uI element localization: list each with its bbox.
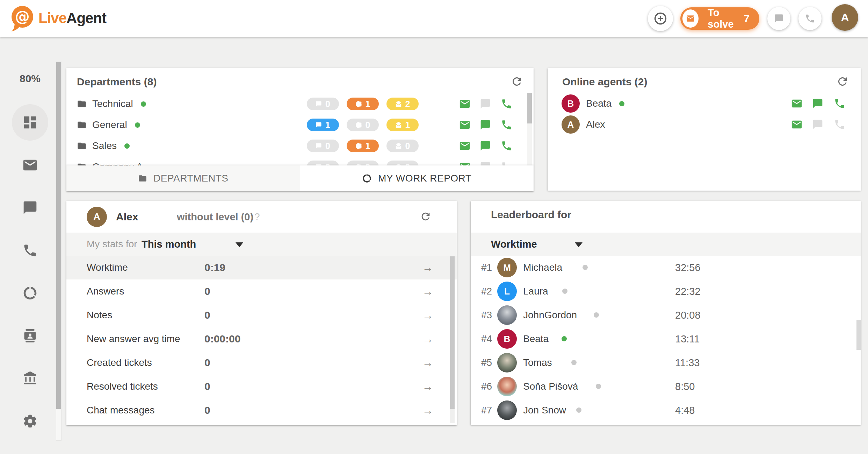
department-row[interactable]: Technical 0 1 2 <box>66 93 534 114</box>
sidebar-item-companies[interactable] <box>22 371 38 386</box>
stat-row[interactable]: Chat messages 0 → <box>66 398 457 422</box>
arrow-forward-icon[interactable]: → <box>422 398 433 422</box>
period-select[interactable]: This month <box>142 233 243 256</box>
stat-row[interactable]: Worktime 0:19 → <box>66 256 457 279</box>
department-name: Sales <box>92 140 117 151</box>
sidebar-item-dashboard[interactable] <box>12 104 48 141</box>
chats-badge[interactable]: 0 <box>307 98 339 110</box>
to-solve-button[interactable]: To solve 7 <box>680 7 759 30</box>
refresh-button[interactable] <box>511 75 523 88</box>
new-tickets-badge[interactable]: 0 <box>347 161 379 165</box>
email-action-icon[interactable] <box>791 119 803 130</box>
refresh-button[interactable] <box>420 211 432 222</box>
leaderboard-scrollbar-thumb[interactable] <box>856 320 861 350</box>
refresh-button[interactable] <box>836 75 849 88</box>
agent-name: Soňa Pišová <box>523 375 578 398</box>
svg-text:@: @ <box>15 8 30 25</box>
phone-action-icon[interactable] <box>501 119 513 131</box>
departments-scrollbar[interactable] <box>527 93 532 165</box>
email-action-icon[interactable] <box>459 119 471 131</box>
contacts-card-icon <box>22 328 38 343</box>
page-scrollbar-thumb[interactable] <box>56 62 61 409</box>
phone-action-icon[interactable] <box>501 98 513 110</box>
phone-action-icon[interactable] <box>834 98 846 109</box>
stat-value: 0 <box>204 279 210 303</box>
department-row[interactable]: General 1 0 1 <box>66 114 534 135</box>
worktime-value: 32:56 <box>675 256 701 279</box>
stat-row[interactable]: Answers 0 → <box>66 279 457 303</box>
dashboard-icon <box>22 114 38 130</box>
stat-row[interactable]: Notes 0 → <box>66 303 457 327</box>
chat-icon <box>774 14 784 23</box>
stat-row[interactable]: Resolved tickets 0 → <box>66 375 457 398</box>
email-action-icon[interactable] <box>459 161 471 165</box>
department-row[interactable]: Sales 0 1 0 <box>66 135 534 156</box>
tab-my-work-report[interactable]: MY WORK REPORT <box>300 165 534 191</box>
chat-action-icon[interactable] <box>812 98 823 109</box>
panel-title: Departments (8) <box>77 76 157 88</box>
agent-row: B Beata <box>548 93 861 114</box>
open-tickets-badge[interactable]: 0 <box>386 161 419 165</box>
online-status-dot <box>135 122 140 128</box>
arrow-forward-icon[interactable]: → <box>422 303 433 327</box>
chats-badge[interactable]: 1 <box>307 119 339 131</box>
leaderboard-filter-row: Worktime <box>471 233 861 256</box>
add-new-button[interactable] <box>648 6 673 31</box>
arrow-forward-icon[interactable]: → <box>422 327 433 351</box>
open-tickets-badge[interactable]: 2 <box>386 98 419 110</box>
sidebar-item-calls[interactable] <box>22 243 38 258</box>
phone-action-icon <box>834 119 846 130</box>
chats-badge[interactable]: 0 <box>307 161 339 165</box>
email-action-icon[interactable] <box>459 140 471 152</box>
panel-title: Online agents (2) <box>562 76 647 88</box>
header-chats-button[interactable] <box>767 7 790 30</box>
email-action-icon[interactable] <box>459 98 471 110</box>
new-tickets-badge[interactable]: 0 <box>347 119 379 131</box>
sidebar-item-tickets[interactable] <box>22 157 38 173</box>
header-calls-button[interactable] <box>798 7 822 30</box>
user-avatar[interactable]: A <box>832 4 858 31</box>
departments-scrollbar-thumb[interactable] <box>527 93 532 123</box>
sidebar-item-chats[interactable] <box>22 200 38 215</box>
rank-label: #7 <box>481 398 492 422</box>
chat-action-icon[interactable] <box>480 140 491 151</box>
liveagent-logo[interactable]: @ LiveAgent <box>8 4 106 32</box>
offline-status-dot <box>594 312 599 318</box>
new-tickets-badge[interactable]: 1 <box>347 140 379 152</box>
stat-row[interactable]: New answer avg time 0:00:00 → <box>66 327 457 351</box>
help-icon[interactable]: ? <box>254 201 260 233</box>
page-scrollbar[interactable] <box>56 62 62 441</box>
department-row[interactable]: Company A 0 0 0 <box>66 156 534 165</box>
departments-panel: Departments (8) Technical 0 1 2 General … <box>66 68 534 191</box>
open-envelope-icon <box>395 143 402 149</box>
stat-value: 0 <box>204 303 210 327</box>
metric-select-value: Worktime <box>491 239 537 250</box>
open-tickets-badge[interactable]: 1 <box>386 119 419 131</box>
sidebar-item-settings[interactable] <box>22 413 38 429</box>
arrow-forward-icon[interactable]: → <box>422 279 433 303</box>
chat-action-icon[interactable] <box>480 119 491 130</box>
agent-name: Beata <box>523 327 549 351</box>
open-tickets-badge[interactable]: 0 <box>386 140 419 152</box>
arrow-forward-icon[interactable]: → <box>422 351 433 375</box>
stat-row[interactable]: Created tickets 0 → <box>66 351 457 375</box>
email-action-icon[interactable] <box>791 98 803 109</box>
online-status-dot <box>141 101 146 107</box>
arrow-forward-icon[interactable]: → <box>422 375 433 398</box>
reports-ring-icon <box>22 285 38 301</box>
chats-badge[interactable]: 0 <box>307 140 339 152</box>
leaderboard-row: #6 Soňa Pišová 8:50 <box>471 375 861 398</box>
stats-scrollbar-thumb[interactable] <box>450 256 455 409</box>
new-tickets-badge[interactable]: 1 <box>347 98 379 110</box>
phone-action-icon[interactable] <box>501 140 513 152</box>
stats-scrollbar[interactable] <box>450 256 455 423</box>
leaderboard-panel: Leaderboard for Worktime #1 M Michaela 3… <box>471 201 861 425</box>
metric-select[interactable]: Worktime <box>491 233 583 256</box>
to-solve-label: To solve <box>708 7 744 30</box>
sidebar-item-reports[interactable] <box>22 285 38 301</box>
tab-departments[interactable]: DEPARTMENTS <box>66 165 300 191</box>
arrow-forward-icon[interactable]: → <box>422 256 433 279</box>
leaderboard-row: #7 Jon Snow 4:48 <box>471 398 861 422</box>
sidebar-item-contacts[interactable] <box>22 328 38 343</box>
chevron-down-icon <box>575 242 583 247</box>
